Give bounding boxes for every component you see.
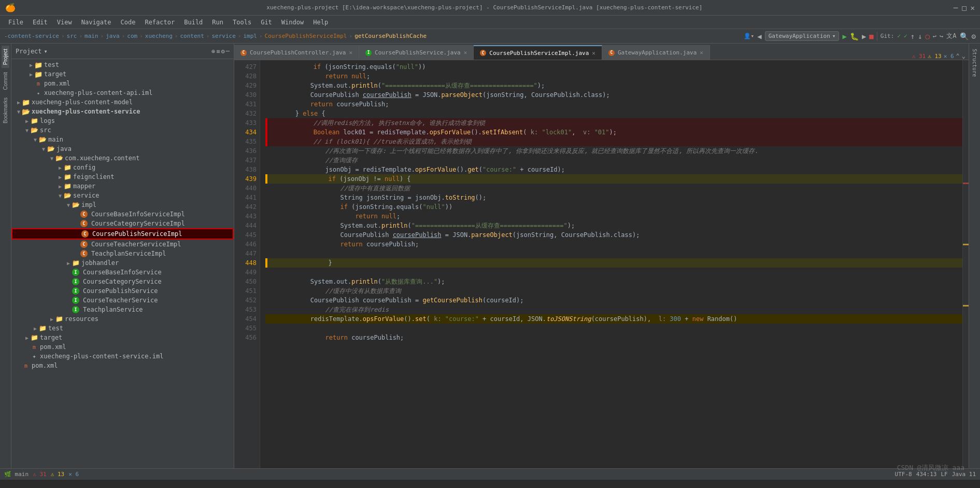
status-warnings[interactable]: ⚠ 13 — [51, 471, 65, 478]
tree-item-test[interactable]: ▶ 📁 test — [11, 60, 234, 69]
tree-item-logs[interactable]: ▶ 📁 logs — [11, 116, 234, 126]
collapse-icon[interactable]: ⌄ — [962, 52, 965, 60]
expand-icon[interactable]: ⌃ — [956, 52, 960, 60]
tree-item-teachplan-svc[interactable]: I TeachplanService — [11, 305, 234, 314]
settings-btn[interactable]: ⚙ — [972, 32, 976, 40]
stop-btn[interactable]: ■ — [869, 32, 873, 40]
tree-item-root-pom[interactable]: m pom.xml — [11, 361, 234, 370]
tree-item-teachplan-impl[interactable]: C TeachplanServiceImpl — [11, 249, 234, 258]
tree-item-service-iml[interactable]: ✦ xuecheng-plus-content-service.iml — [11, 352, 234, 361]
menu-view[interactable]: View — [53, 18, 76, 27]
menu-window[interactable]: Window — [277, 18, 308, 27]
menu-tools[interactable]: Tools — [229, 18, 255, 27]
tree-item-impl[interactable]: ▼ 📂 impl — [11, 200, 234, 210]
project-dropdown-arrow[interactable]: ▾ — [44, 48, 48, 55]
menu-code[interactable]: Code — [117, 18, 140, 27]
git-pull-btn[interactable]: ↑ — [911, 32, 915, 40]
tab-gateway[interactable]: C GatewayApplication.java ✕ — [602, 45, 710, 60]
locate-btn[interactable]: ⊕ — [211, 48, 215, 55]
tree-item-main[interactable]: ▼ 📂 main — [11, 135, 234, 144]
sidebar-tab-commit[interactable]: Commit — [2, 69, 9, 93]
tree-item-pom-xml[interactable]: m pom.xml — [11, 79, 234, 88]
tab-close-btn[interactable]: ✕ — [349, 49, 352, 56]
tree-item-courseteacher-impl[interactable]: C CourseTeacherServiceImpl — [11, 240, 234, 249]
tree-item-coursepublish-svc[interactable]: I CoursePublishService — [11, 286, 234, 296]
collapse-btn[interactable]: ≡ — [216, 48, 220, 55]
breadcrumb-main[interactable]: main — [84, 33, 98, 39]
tree-item-coursepublish-impl[interactable]: C CoursePublishServiceImpl — [11, 228, 234, 240]
tab-serviceimpl[interactable]: C CoursePublishServiceImpl.java ✕ — [474, 45, 602, 60]
tree-item-resources[interactable]: ▶ 📁 resources — [11, 314, 234, 324]
nav-back-btn[interactable]: ◀ — [757, 32, 761, 40]
code-content[interactable]: if (jsonString.equals("null")) return nu… — [260, 60, 962, 468]
minimize-btn[interactable]: ─ — [954, 4, 958, 12]
tree-item-com-xuecheng[interactable]: ▼ 📂 com.xuecheng.content — [11, 154, 234, 163]
breadcrumb-xuecheng[interactable]: xuecheng — [145, 33, 173, 39]
tree-item-content-service[interactable]: ▼ 📂 xuecheng-plus-content-service — [11, 107, 234, 116]
settings-tree-btn[interactable]: ⚙ — [221, 48, 225, 55]
tree-item-service[interactable]: ▼ 📂 service — [11, 191, 234, 200]
menu-git[interactable]: Git — [257, 18, 276, 27]
tab-close-btn[interactable]: ✕ — [592, 50, 595, 57]
search-btn[interactable]: 🔍 — [960, 32, 969, 40]
run-with-coverage-btn[interactable]: ▶ — [862, 32, 866, 40]
vcs-icon[interactable]: 👤▾ — [744, 33, 755, 39]
git-fetch-btn[interactable]: ↓ — [918, 32, 922, 40]
redo-btn[interactable]: ↪ — [940, 33, 943, 40]
menu-file[interactable]: File — [4, 18, 27, 27]
breadcrumb-service[interactable]: service — [211, 33, 235, 39]
tree-item-api-iml[interactable]: ✦ xuecheng-plus-content-api.iml — [11, 88, 234, 97]
breadcrumb-impl[interactable]: impl — [243, 33, 257, 39]
debug-btn[interactable]: 🐛 — [850, 32, 859, 40]
tree-item-service-pom[interactable]: m pom.xml — [11, 342, 234, 352]
menu-run[interactable]: Run — [208, 18, 228, 27]
undo-btn[interactable]: ↩ — [933, 33, 936, 40]
tree-item-coursecategory-impl[interactable]: C CourseCategoryServiceImpl — [11, 219, 234, 228]
tab-close-btn[interactable]: ✕ — [464, 49, 467, 56]
tree-item-service-target[interactable]: ▶ 📁 target — [11, 333, 234, 342]
breadcrumb-content[interactable]: content — [180, 33, 204, 39]
scroll-gutter[interactable] — [962, 60, 969, 468]
close-btn[interactable]: ✕ — [971, 4, 975, 12]
breadcrumb-src[interactable]: src — [67, 33, 77, 39]
git-history-btn[interactable]: ◯ — [925, 32, 929, 40]
tab-close-btn[interactable]: ✕ — [700, 49, 703, 56]
sidebar-tab-project[interactable]: Project — [2, 46, 9, 68]
translate-btn[interactable]: 文A — [946, 32, 956, 40]
maximize-btn[interactable]: □ — [962, 4, 966, 12]
status-git[interactable]: 🌿 main — [4, 471, 29, 478]
menu-help[interactable]: Help — [309, 18, 332, 27]
tree-item-target[interactable]: ▶ 📁 target — [11, 69, 234, 79]
menu-navigate[interactable]: Navigate — [77, 18, 116, 27]
git-push-btn[interactable]: ✓ — [904, 33, 907, 39]
status-errors[interactable]: ⚠ 31 — [33, 471, 47, 478]
right-tab-structure[interactable]: Structure — [971, 46, 978, 80]
tree-item-src[interactable]: ▼ 📂 src — [11, 126, 234, 135]
run-btn[interactable]: ▶ — [842, 32, 846, 40]
git-check-btn[interactable]: ✓ — [897, 33, 901, 39]
breadcrumb-content-service[interactable]: -content-service — [4, 33, 59, 39]
run-config-dropdown[interactable]: GatewayApplication ▾ — [765, 31, 840, 41]
tree-item-feignclient[interactable]: ▶ 📁 feignclient — [11, 172, 234, 182]
tree-item-coursecategory-svc[interactable]: I CourseCategoryService — [11, 277, 234, 286]
status-info[interactable]: ✕ 6 — [68, 471, 79, 478]
menu-edit[interactable]: Edit — [29, 18, 52, 27]
breadcrumb-java[interactable]: java — [106, 33, 120, 39]
tree-item-coursebaseinfo-svc[interactable]: I CourseBaseInfoService — [11, 268, 234, 277]
minimize-panel-btn[interactable]: ─ — [226, 48, 230, 55]
breadcrumb-com[interactable]: com — [127, 33, 137, 39]
tree-item-src-test[interactable]: ▶ 📁 test — [11, 324, 234, 333]
tree-item-mapper[interactable]: ▶ 📁 mapper — [11, 182, 234, 191]
tree-item-courseteacher-svc[interactable]: I CourseTeacherService — [11, 296, 234, 305]
tree-item-content-model[interactable]: ▶ 📁 xuecheng-plus-content-model — [11, 97, 234, 107]
menu-refactor[interactable]: Refactor — [140, 18, 179, 27]
tab-service[interactable]: I CoursePublishService.java ✕ — [359, 45, 474, 60]
sidebar-tab-bookmarks[interactable]: Bookmarks — [2, 94, 9, 127]
menu-build[interactable]: Build — [180, 18, 207, 27]
tree-item-jobhandler[interactable]: ▶ 📁 jobhandler — [11, 258, 234, 268]
tree-item-coursebaseinfo-impl[interactable]: C CourseBaseInfoServiceImpl — [11, 210, 234, 219]
tab-controller[interactable]: C CoursePublishController.java ✕ — [234, 45, 359, 60]
tree-item-java[interactable]: ▼ 📂 java — [11, 144, 234, 154]
tree-item-config[interactable]: ▶ 📁 config — [11, 163, 234, 172]
line-num: 433 — [234, 118, 257, 128]
